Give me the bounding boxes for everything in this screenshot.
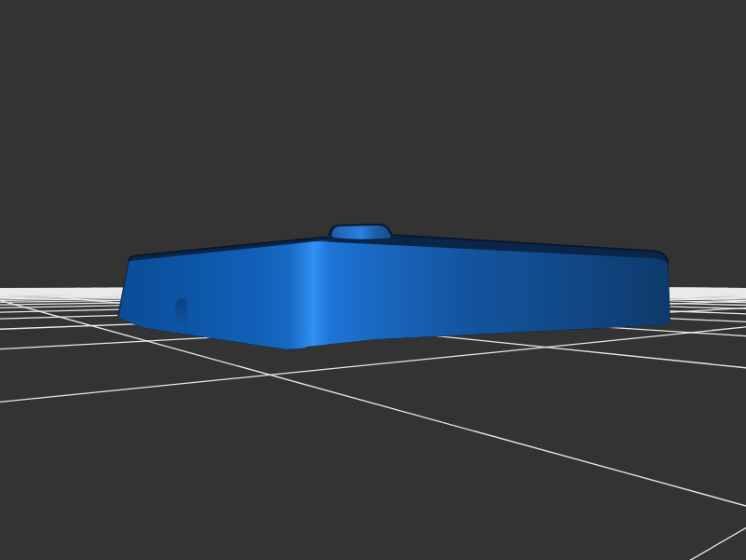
plate-bump bbox=[332, 225, 392, 239]
plate-notch bbox=[175, 299, 187, 330]
corner-highlight bbox=[289, 240, 330, 350]
viewport-canvas[interactable] bbox=[0, 0, 746, 560]
3d-viewport[interactable] bbox=[0, 0, 746, 560]
